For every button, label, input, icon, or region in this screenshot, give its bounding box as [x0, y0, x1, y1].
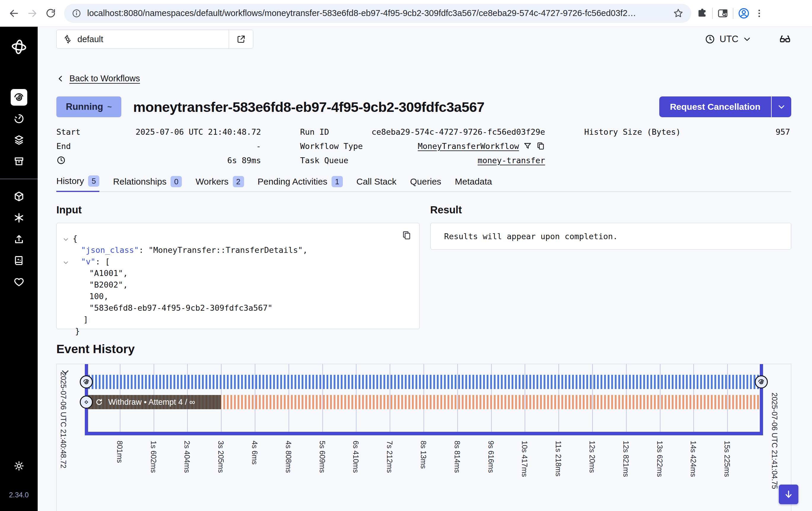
- result-section: Result Results will appear upon completi…: [430, 204, 791, 329]
- time-tick: 10s 417ms: [520, 441, 529, 477]
- collapse-caret-icon[interactable]: [63, 259, 69, 266]
- timezone-label: UTC: [720, 34, 738, 45]
- workflow-type-link[interactable]: MoneyTransferWorkflow: [418, 141, 519, 151]
- layers-icon: [13, 134, 25, 146]
- sidebar-item-nexus[interactable]: [11, 188, 27, 205]
- tab-count-badge: 1: [331, 176, 343, 187]
- reload-icon: [46, 8, 56, 19]
- url-text[interactable]: localhost:8080/namespaces/default/workfl…: [87, 8, 667, 18]
- namespace-selector[interactable]: default: [57, 30, 229, 48]
- browser-toolbar-icons: [697, 7, 764, 20]
- cube-icon: [13, 191, 25, 202]
- labs-mode-button[interactable]: [779, 33, 791, 46]
- sidebar-item-docs[interactable]: [11, 252, 27, 269]
- result-message: Results will appear upon completion.: [444, 232, 618, 241]
- meta-label: Task Queue: [300, 156, 348, 165]
- sidebar-item-archive[interactable]: [11, 153, 27, 170]
- workflow-latest-node[interactable]: [755, 375, 768, 388]
- workflow-start-node[interactable]: [80, 375, 93, 388]
- meta-value: -: [256, 141, 261, 151]
- upload-icon: [13, 234, 25, 245]
- browser-back-button[interactable]: [5, 4, 23, 23]
- result-heading: Result: [430, 204, 791, 216]
- cancellation-options-button[interactable]: [772, 97, 791, 117]
- copy-input-button[interactable]: [402, 230, 412, 240]
- sidebar-item-import[interactable]: [11, 231, 27, 247]
- meta-label: History Size (Bytes): [584, 127, 680, 136]
- tab-pending-activities[interactable]: Pending Activities 1: [258, 176, 343, 192]
- time-tick: 4s 6ms: [250, 441, 259, 465]
- tab-label: History: [56, 176, 84, 186]
- result-placeholder: Results will appear upon completion.: [430, 223, 791, 249]
- request-cancellation-button[interactable]: Request Cancellation: [659, 97, 771, 117]
- tab-label: Queries: [410, 177, 441, 187]
- bookmark-star-icon[interactable]: [673, 8, 684, 19]
- time-tick: 2s 404ms: [183, 441, 191, 473]
- namespace-name: default: [78, 34, 103, 44]
- tab-history[interactable]: History 5: [56, 176, 99, 192]
- tab-relationships[interactable]: Relationships 0: [113, 176, 182, 192]
- time-tick: 8s 814ms: [453, 441, 461, 473]
- breadcrumb: Back to Workflows: [56, 74, 791, 83]
- activity-tooltip: Withdraw • Attempt 4 / ∞: [88, 395, 221, 409]
- event-history-heading: Event History: [56, 342, 791, 356]
- timezone-selector[interactable]: UTC: [705, 34, 752, 45]
- app-window: 2.34.0 default UTC: [0, 27, 812, 511]
- forward-arrow-icon: [27, 8, 38, 19]
- sidebar-item-deployments[interactable]: [11, 132, 27, 149]
- copy-icon: [402, 230, 412, 240]
- copy-icon[interactable]: [536, 141, 545, 151]
- namespace-icon: [63, 34, 72, 44]
- sidebar-item-feedback[interactable]: [11, 274, 27, 290]
- filter-icon[interactable]: [523, 141, 532, 151]
- meta-duration: 6s 89ms: [56, 155, 261, 166]
- event-history-timeline: Withdraw • Attempt 4 / ∞ 2025-07-06 UTC …: [56, 364, 791, 511]
- glasses-icon: [779, 33, 791, 46]
- sidebar-item-schedules[interactable]: [11, 110, 27, 127]
- request-cancellation-split-button: Request Cancellation: [659, 97, 791, 117]
- timeline-end-timestamp: 2025-07-06 UTC 21:41:04.75: [770, 393, 779, 489]
- scroll-download-button[interactable]: [779, 485, 799, 504]
- browser-forward-button[interactable]: [23, 4, 41, 23]
- namespace-external-link-button[interactable]: [229, 30, 253, 48]
- activity-diamond-icon: [83, 399, 90, 406]
- sidebar-item-labs[interactable]: [11, 210, 27, 226]
- json-line: "B2002",: [57, 279, 419, 291]
- task-queue-link[interactable]: money-transfer: [477, 156, 545, 165]
- json-line: ]: [57, 314, 419, 325]
- tab-search-icon[interactable]: [717, 7, 729, 19]
- duration-clock-icon: [56, 156, 66, 165]
- browser-reload-button[interactable]: [41, 4, 60, 23]
- json-value: 100,: [89, 292, 109, 301]
- back-to-workflows-link[interactable]: Back to Workflows: [69, 74, 140, 83]
- tab-queries[interactable]: Queries: [410, 176, 441, 192]
- address-bar[interactable]: localhost:8080/namespaces/default/workfl…: [64, 4, 691, 23]
- theme-toggle-button[interactable]: [11, 458, 27, 474]
- extensions-icon[interactable]: [697, 8, 708, 19]
- sidebar-item-workflows[interactable]: [11, 89, 27, 106]
- back-arrow-icon: [9, 8, 19, 19]
- time-tick: 9s 616ms: [487, 441, 495, 473]
- toolbar-divider: [712, 8, 713, 19]
- activity-node[interactable]: [80, 396, 93, 409]
- json-line: {: [57, 233, 419, 244]
- tab-count-badge: 2: [233, 176, 244, 187]
- collapse-caret-icon[interactable]: [63, 236, 69, 243]
- archive-icon: [13, 156, 25, 167]
- tab-call-stack[interactable]: Call Stack: [356, 176, 397, 192]
- input-section: Input { "json_class": "MoneyTransfer::Tr…: [56, 204, 419, 329]
- time-tick: 3s 205ms: [216, 441, 225, 473]
- tab-count-badge: 5: [88, 176, 99, 187]
- site-info-icon[interactable]: [72, 8, 81, 18]
- profile-icon[interactable]: [737, 7, 750, 20]
- workflow-spiral-icon: [82, 378, 90, 386]
- tab-workers[interactable]: Workers 2: [196, 176, 244, 192]
- json-line: 100,: [57, 291, 419, 302]
- json-key: "v": [81, 257, 95, 266]
- browser-menu-icon[interactable]: [754, 8, 764, 19]
- toolbar-divider: [733, 8, 733, 19]
- tab-metadata[interactable]: Metadata: [455, 176, 492, 192]
- json-value: "583e6fd8-eb97-4f95-9cb2-309fdfc3a567": [89, 303, 272, 313]
- workflow-meta: Start 2025-07-06 UTC 21:40:48.72 Run ID …: [56, 126, 791, 166]
- workflow-execution-bar[interactable]: [88, 375, 760, 389]
